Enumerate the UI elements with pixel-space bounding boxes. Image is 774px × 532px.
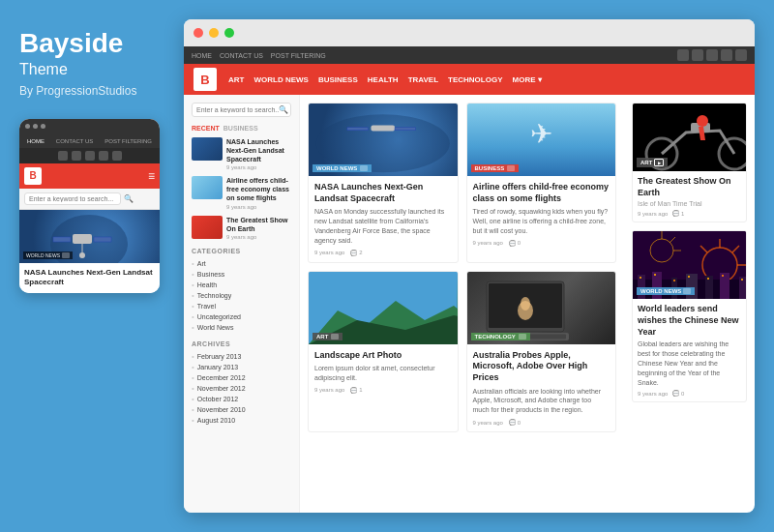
archive-1[interactable]: January 2013 [192,362,291,372]
article-title-0[interactable]: NASA Launches Next-Gen Landsat Spacecraf… [314,182,452,204]
nav-business[interactable]: BUSINESS [318,75,358,84]
sidebar-search[interactable]: 🔍 [192,103,291,117]
right-card-img-1: WORLD NEWS [633,231,746,299]
mobile-facebook-icon[interactable] [58,151,68,161]
site-nav-post-filtering[interactable]: POST FILTERING [271,52,326,59]
categories-title: CATEGORIES [192,248,291,254]
left-panel: Bayside Theme By ProgressionStudios HOME… [0,0,184,532]
svg-rect-9 [395,128,415,131]
article-title-1[interactable]: Airline offers child-free economy class … [473,182,610,204]
sidebar-search-icon[interactable]: 🔍 [279,105,288,114]
archive-6[interactable]: August 2010 [192,415,291,426]
site-logo[interactable]: B [194,68,217,91]
facebook-icon[interactable] [692,49,703,61]
sidebar-recent-2: The Greatest Show On Earth 9 years ago [192,216,291,240]
svg-rect-1 [73,234,92,244]
site-nav-contact[interactable]: CONTACT US [220,52,263,59]
article-body-1: Airline offers child-free economy class … [467,176,616,252]
sidebar-archives: February 2013 January 2013 December 2012… [192,351,291,426]
mobile-twitter-icon[interactable] [72,151,81,161]
browser-minimize-btn[interactable] [209,28,219,38]
article-card-0: WORLD NEWS NASA Launches Next-Gen Landsa… [308,103,459,263]
right-card-excerpt-1: Global leaders are wishing the best for … [638,340,741,387]
cat-world-news[interactable]: World News [192,322,291,333]
browser-close-btn[interactable] [194,28,203,38]
sidebar-item-title-2[interactable]: The Greatest Show On Earth [226,216,291,233]
archive-5[interactable]: November 2010 [192,404,291,415]
right-card-title-0[interactable]: The Greatest Show On Earth [638,176,741,198]
article-comments-0: 💬 2 [350,250,362,256]
mobile-hamburger-icon[interactable]: ≡ [148,169,155,183]
twitter-icon[interactable] [677,49,689,61]
sidebar-item-date-2: 9 years ago [226,234,291,240]
svg-point-5 [79,252,85,258]
article-meta-0: 9 years ago 💬 2 [314,250,452,256]
right-card-title-1[interactable]: World leaders send wishes the Chinese Ne… [638,304,741,338]
tab-recent[interactable]: RECENT [192,125,220,132]
sidebar-item-text-1: Airline offers child-free economy class … [226,176,291,209]
mobile-rss-icon[interactable] [112,151,122,161]
sidebar-search-input[interactable] [196,106,279,113]
sidebar-item-date-1: 9 years ago [226,204,291,210]
archive-2[interactable]: December 2012 [192,372,291,383]
article-excerpt-0: NASA on Monday successfully launched its… [314,207,452,245]
nav-health[interactable]: HEALTH [368,75,399,84]
svg-rect-3 [94,237,111,242]
svg-rect-41 [720,273,729,299]
article-excerpt-2: Lorem ipsum dolor sit amet, consectetur … [314,364,452,383]
rss-icon[interactable] [735,49,747,61]
sidebar-item-title-1[interactable]: Airline offers child-free economy class … [226,176,291,202]
mobile-youtube-icon[interactable] [99,151,108,161]
svg-rect-7 [371,126,395,132]
archive-0[interactable]: February 2013 [192,351,291,362]
badge-icon-3 [519,334,526,340]
nav-travel[interactable]: TRAVEL [408,75,438,84]
mobile-nav-home[interactable]: HOME [27,138,45,144]
article-date-3: 9 years ago [473,420,503,426]
right-card-body-0: The Greatest Show On Earth Isle of Man T… [633,171,746,222]
mobile-logo[interactable]: B [24,167,42,185]
nav-more[interactable]: MORE ▾ [513,75,542,84]
cat-health[interactable]: Health [192,280,291,290]
mobile-nav: HOME CONTACT US POST FILTERING [19,134,160,148]
badge-icon-1 [507,165,515,171]
browser-mockup: HOME CONTACT US POST FILTERING B ART WOR… [184,19,755,513]
cat-art[interactable]: Art [192,258,291,269]
badge-icon-0 [360,165,368,171]
youtube-icon[interactable] [721,49,732,61]
mobile-search-input[interactable] [24,192,121,205]
tab-business[interactable]: BUSINESS [223,125,258,132]
mobile-search-icon[interactable]: 🔍 [124,194,134,203]
nav-world-news[interactable]: WORLD NEWS [253,75,308,84]
cat-uncategorized[interactable]: Uncategorized [192,311,291,322]
article-body-2: Landscape Art Photo Lorem ipsum dolor si… [309,344,458,399]
sidebar-thumb-img-2 [192,216,223,239]
mobile-mockup: HOME CONTACT US POST FILTERING B ≡ 🔍 [19,119,160,293]
sidebar-item-title-0[interactable]: NASA Launches Next-Gen Landsat Spacecraf… [226,137,291,163]
cat-technology[interactable]: Technology [192,290,291,301]
nav-art[interactable]: ART [228,75,244,84]
right-card-img-0: ART [633,103,746,171]
article-title-2[interactable]: Landscape Art Photo [314,350,452,362]
svg-rect-46 [688,276,690,278]
mobile-nav-post[interactable]: POST FILTERING [104,138,152,144]
right-card-0: ART The Greatest Show On Earth Isle of M… [632,103,747,222]
archive-4[interactable]: October 2012 [192,394,291,404]
svg-rect-47 [707,278,709,280]
nav-technology[interactable]: TECHNOLOGY [448,75,502,84]
sidebar-recent-0: NASA Launches Next-Gen Landsat Spacecraf… [192,137,291,170]
archive-3[interactable]: November 2012 [192,383,291,394]
browser-maximize-btn[interactable] [224,28,234,38]
cat-business[interactable]: Business [192,269,291,280]
mobile-nav-contact[interactable]: CONTACT US [56,138,93,144]
sidebar-thumb-1 [192,176,223,199]
instagram-icon[interactable] [706,49,718,61]
site-nav-home[interactable]: HOME [192,52,212,59]
cat-travel[interactable]: Travel [192,301,291,311]
article-img-1: ✈ BUSINESS [467,103,616,176]
article-meta-2: 9 years ago 💬 1 [314,387,452,394]
article-body-3: Australia Probes Apple, Microsoft, Adobe… [467,344,616,431]
article-title-3[interactable]: Australia Probes Apple, Microsoft, Adobe… [473,350,610,384]
article-img-3: TECHNOLOGY [467,272,616,344]
mobile-instagram-icon[interactable] [85,151,95,161]
